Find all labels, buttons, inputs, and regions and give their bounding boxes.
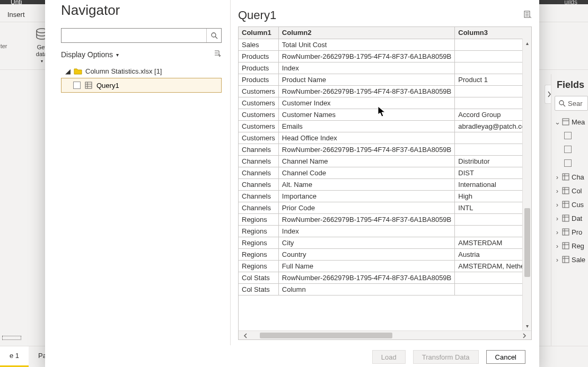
table-cell[interactable]: Products bbox=[239, 62, 278, 74]
table-cell[interactable]: Index bbox=[278, 225, 454, 237]
table-cell[interactable]: Total Unit Cost bbox=[278, 39, 454, 50]
table-cell[interactable]: Channels bbox=[239, 202, 278, 213]
field-checkbox[interactable] bbox=[564, 132, 572, 139]
table-row[interactable]: RegionsCityAMSTERDAM bbox=[239, 237, 531, 248]
table-row[interactable]: ChannelsChannel NameDistributor bbox=[239, 155, 531, 167]
table-row[interactable]: CustomersCustomer NamesAccord Group bbox=[239, 109, 531, 120]
table-row[interactable]: CustomersHead Office Index bbox=[239, 132, 531, 144]
fields-table-node[interactable]: ›Sale bbox=[555, 253, 588, 266]
fields-node[interactable]: ⌄Mea bbox=[555, 115, 588, 129]
table-cell[interactable]: abradleyag@patch.com bbox=[455, 120, 531, 132]
table-cell[interactable]: Channels bbox=[239, 190, 278, 202]
table-row[interactable]: CustomersEmailsabradleyag@patch.com bbox=[239, 120, 531, 132]
table-row[interactable]: ChannelsImportanceHigh bbox=[239, 190, 531, 202]
field-checkbox[interactable] bbox=[564, 146, 572, 153]
table-cell[interactable]: RowNumber-2662979B-1795-4F74-8F37-6A1BA8… bbox=[278, 50, 454, 62]
table-cell[interactable]: Channels bbox=[239, 144, 278, 155]
table-cell[interactable]: Regions bbox=[239, 213, 278, 225]
table-cell[interactable] bbox=[455, 225, 531, 237]
scroll-down-icon[interactable]: ▾ bbox=[523, 321, 531, 330]
fields-measure-item[interactable] bbox=[555, 142, 588, 156]
table-cell[interactable]: Importance bbox=[278, 190, 454, 202]
table-cell[interactable] bbox=[455, 85, 531, 97]
fields-table-node[interactable]: ›Col bbox=[555, 184, 588, 198]
fields-table-node[interactable]: ›Pro bbox=[555, 225, 588, 239]
preview-options-icon[interactable] bbox=[523, 10, 532, 21]
table-cell[interactable]: Prior Code bbox=[278, 202, 454, 213]
scroll-up-icon[interactable]: ▴ bbox=[523, 39, 531, 48]
table-cell[interactable]: RowNumber-2662979B-1795-4F74-8F37-6A1BA8… bbox=[278, 272, 454, 283]
scroll-thumb[interactable] bbox=[260, 333, 392, 338]
load-button[interactable]: Load bbox=[372, 350, 406, 364]
column-header[interactable]: Column3 bbox=[455, 27, 531, 39]
navigator-search-button[interactable] bbox=[206, 29, 221, 42]
table-cell[interactable]: Channels bbox=[239, 155, 278, 167]
table-cell[interactable]: City bbox=[278, 237, 454, 248]
fields-table-node[interactable]: ›Cha bbox=[555, 170, 588, 184]
table-cell[interactable] bbox=[455, 62, 531, 74]
table-cell[interactable]: AMSTERDAM bbox=[455, 237, 531, 248]
scroll-left-icon[interactable] bbox=[239, 331, 252, 340]
table-cell[interactable] bbox=[455, 97, 531, 109]
table-cell[interactable]: Product Name bbox=[278, 74, 454, 85]
table-cell[interactable]: Col Stats bbox=[239, 272, 278, 283]
refresh-icon[interactable] bbox=[213, 49, 222, 60]
preview-table[interactable]: Column1Column2Column3SalesTotal Unit Cos… bbox=[239, 27, 531, 296]
table-cell[interactable]: Full Name bbox=[278, 260, 454, 272]
table-cell[interactable]: RowNumber-2662979B-1795-4F74-8F37-6A1BA8… bbox=[278, 144, 454, 155]
table-cell[interactable]: Channel Code bbox=[278, 167, 454, 178]
tree-file-node[interactable]: ◢ Column Statistics.xlsx [1] bbox=[61, 64, 222, 78]
cancel-button[interactable]: Cancel bbox=[486, 350, 525, 364]
table-cell[interactable]: International bbox=[455, 178, 531, 190]
table-cell[interactable]: Regions bbox=[239, 237, 278, 248]
table-row[interactable]: ChannelsAlt. NameInternational bbox=[239, 178, 531, 190]
table-row[interactable]: ProductsIndex bbox=[239, 62, 531, 74]
table-row[interactable]: ChannelsPrior CodeINTL bbox=[239, 202, 531, 213]
table-cell[interactable]: Product 1 bbox=[455, 74, 531, 85]
table-cell[interactable]: Products bbox=[239, 50, 278, 62]
page-tab-1[interactable]: e 1 bbox=[0, 346, 29, 367]
table-cell[interactable]: Channel Name bbox=[278, 155, 454, 167]
table-cell[interactable]: Emails bbox=[278, 120, 454, 132]
vertical-scrollbar[interactable]: ▴ ▾ bbox=[522, 39, 531, 330]
column-header[interactable]: Column2 bbox=[278, 27, 454, 39]
table-cell[interactable]: RowNumber-2662979B-1795-4F74-8F37-6A1BA8… bbox=[278, 85, 454, 97]
table-cell[interactable] bbox=[455, 283, 531, 295]
navigator-search-input[interactable] bbox=[62, 29, 206, 42]
table-row[interactable]: Col StatsColumn bbox=[239, 283, 531, 295]
table-cell[interactable]: Customers bbox=[239, 97, 278, 109]
table-row[interactable]: ProductsProduct NameProduct 1 bbox=[239, 74, 531, 85]
table-cell[interactable]: Col Stats bbox=[239, 283, 278, 295]
column-header[interactable]: Column1 bbox=[239, 27, 278, 39]
table-row[interactable]: ProductsRowNumber-2662979B-1795-4F74-8F3… bbox=[239, 50, 531, 62]
table-cell[interactable]: Country bbox=[278, 248, 454, 260]
field-checkbox[interactable] bbox=[564, 159, 572, 167]
table-cell[interactable]: RowNumber-2662979B-1795-4F74-8F37-6A1BA8… bbox=[278, 213, 454, 225]
scroll-right-icon[interactable] bbox=[517, 331, 531, 340]
table-cell[interactable]: Regions bbox=[239, 260, 278, 272]
table-cell[interactable]: INTL bbox=[455, 202, 531, 213]
fields-table-node[interactable]: ›Cus bbox=[555, 198, 588, 211]
table-cell[interactable]: Accord Group bbox=[455, 109, 531, 120]
tree-query-item[interactable]: Query1 bbox=[61, 78, 222, 93]
table-row[interactable]: ChannelsRowNumber-2662979B-1795-4F74-8F3… bbox=[239, 144, 531, 155]
table-cell[interactable]: DIST bbox=[455, 167, 531, 178]
table-cell[interactable]: Distributor bbox=[455, 155, 531, 167]
transform-data-button[interactable]: Transform Data bbox=[413, 350, 479, 364]
fields-table-node[interactable]: ›Reg bbox=[555, 239, 588, 253]
table-cell[interactable]: Column bbox=[278, 283, 454, 295]
table-row[interactable]: Col StatsRowNumber-2662979B-1795-4F74-8F… bbox=[239, 272, 531, 283]
table-cell[interactable]: Customers bbox=[239, 109, 278, 120]
table-cell[interactable]: Regions bbox=[239, 248, 278, 260]
table-cell[interactable] bbox=[455, 213, 531, 225]
table-cell[interactable] bbox=[455, 39, 531, 50]
table-cell[interactable]: Regions bbox=[239, 225, 278, 237]
ribbon-tab-insert[interactable]: Insert bbox=[0, 7, 32, 22]
table-cell[interactable]: Customer Names bbox=[278, 109, 454, 120]
table-cell[interactable] bbox=[455, 272, 531, 283]
table-cell[interactable]: Alt. Name bbox=[278, 178, 454, 190]
query-checkbox[interactable] bbox=[73, 82, 81, 89]
table-cell[interactable] bbox=[455, 132, 531, 144]
table-cell[interactable]: High bbox=[455, 190, 531, 202]
table-row[interactable]: CustomersCustomer Index bbox=[239, 97, 531, 109]
